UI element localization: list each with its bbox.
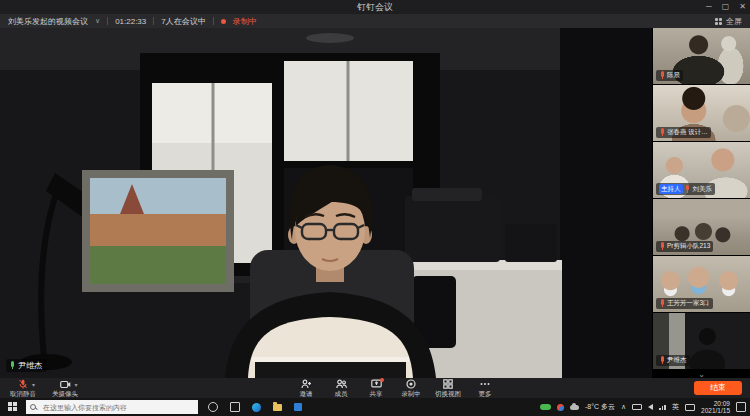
meeting-toolbar: ▾ 取消静音 ▾ 关摄像头 <box>0 378 750 398</box>
layout-grid-icon <box>443 379 453 389</box>
mic-muted-icon <box>659 356 665 365</box>
clock-date: 2021/1/15 <box>701 407 730 414</box>
more-dots-icon <box>479 379 491 389</box>
meeting-name[interactable]: 刘美乐发起的视频会议 <box>8 16 88 27</box>
app-title: 钉钉会议 <box>357 2 393 12</box>
participant-tile[interactable]: Pr剪辑小队213 <box>653 199 750 255</box>
tray-app-icon[interactable] <box>557 404 564 411</box>
toolbar-center-group: 邀请 成员 <box>295 379 496 397</box>
speaker-name: 尹维杰 <box>18 360 42 371</box>
keyboard-icon[interactable] <box>685 404 695 411</box>
cortana-icon[interactable] <box>208 402 218 412</box>
speaker-name-label: 尹维杰 <box>6 359 47 372</box>
mic-muted-icon <box>659 71 665 80</box>
mic-off-icon: ▾ <box>18 379 28 389</box>
speaker-video-scene <box>0 28 652 378</box>
mic-muted-icon <box>659 299 665 308</box>
taskbar-app-icons <box>208 402 302 412</box>
title-bar: 钉钉会议 ─ ▢ ✕ <box>0 0 750 14</box>
participant-name: 陈晨 <box>667 71 680 80</box>
chevron-down-icon[interactable]: ▾ <box>74 381 77 388</box>
participant-label: 张春燕 设计… <box>656 127 711 138</box>
edge-browser-icon[interactable] <box>252 403 261 412</box>
invite-button[interactable]: 邀请 <box>295 379 317 397</box>
participant-name: 刘美乐 <box>693 185 713 194</box>
action-center-icon[interactable] <box>736 402 746 412</box>
divider <box>107 17 108 25</box>
taskbar-clock[interactable]: 20:09 2021/1/15 <box>701 400 730 414</box>
end-meeting-button[interactable]: 结束 <box>694 381 742 395</box>
share-screen-button[interactable]: 共享 <box>365 379 387 397</box>
participant-tile[interactable]: 王芳芳一家3口 <box>653 256 750 312</box>
camera-off-button[interactable]: ▾ 关摄像头 <box>52 379 78 397</box>
minimize-button[interactable]: ─ <box>706 0 712 14</box>
search-icon <box>30 404 37 411</box>
meeting-info-bar: 刘美乐发起的视频会议 ∨ 01:22:33 7人在会议中 录制中 全屏 <box>0 14 750 28</box>
recording-button[interactable]: 录制中 <box>400 379 422 397</box>
start-button[interactable] <box>8 402 18 412</box>
participant-name: Pr剪辑小队213 <box>667 242 710 251</box>
participant-label: 王芳芳一家3口 <box>656 298 713 309</box>
record-icon <box>406 379 416 389</box>
members-button[interactable]: 成员 <box>330 379 352 397</box>
participant-name: 张春燕 设计… <box>667 128 708 137</box>
recording-status: 录制中 <box>233 16 257 27</box>
task-view-icon[interactable] <box>230 402 240 412</box>
mic-muted-icon <box>659 128 665 137</box>
participant-tile[interactable]: 张春燕 设计… <box>653 85 750 141</box>
participant-label: 尹维杰 <box>656 355 690 366</box>
meeting-timer: 01:22:33 <box>115 17 146 26</box>
close-button[interactable]: ✕ <box>739 0 746 14</box>
invite-person-icon <box>301 379 311 389</box>
participant-label: 主持人 刘美乐 <box>656 183 715 195</box>
participant-label: 陈晨 <box>656 70 683 81</box>
main-video-feed: 尹维杰 <box>0 28 652 378</box>
status-green-icon[interactable] <box>540 404 551 410</box>
toolbar-left-group: ▾ 取消静音 ▾ 关摄像头 <box>10 379 78 397</box>
participant-sidebar: 陈晨 张春燕 设计… 主持人 刘美乐 Pr剪辑小队213 <box>653 28 750 378</box>
participant-tile[interactable]: 陈晨 <box>653 28 750 84</box>
mic-muted-icon <box>659 242 665 251</box>
share-screen-icon <box>371 379 382 389</box>
divider <box>153 17 154 25</box>
participant-tile-self[interactable]: 尹维杰 <box>653 313 750 369</box>
participant-count: 7人在会议中 <box>161 16 205 27</box>
more-button[interactable]: 更多 <box>474 379 496 397</box>
weather-text[interactable]: -8°C 多云 <box>585 402 615 412</box>
recording-dot-icon <box>221 19 226 24</box>
search-input[interactable] <box>41 403 194 412</box>
participant-tile[interactable]: 主持人 刘美乐 <box>653 142 750 198</box>
mic-muted-icon <box>685 185 691 194</box>
store-icon[interactable] <box>294 403 302 411</box>
clock-time: 20:09 <box>714 400 730 407</box>
chevron-down-icon[interactable]: ∨ <box>95 17 100 25</box>
maximize-button[interactable]: ▢ <box>722 0 730 14</box>
fullscreen-control[interactable]: 全屏 <box>715 16 742 27</box>
weather-cloud-icon[interactable] <box>570 405 579 410</box>
switch-view-button[interactable]: 切换视图 <box>435 379 461 397</box>
divider <box>213 17 214 25</box>
notification-dot-icon <box>380 378 384 382</box>
volume-icon[interactable] <box>648 404 653 410</box>
window-controls: ─ ▢ ✕ <box>706 0 746 14</box>
windows-taskbar: -8°C 多云 ∧ 英 20:09 2021/1/15 <box>0 398 750 416</box>
participant-name: 王芳芳一家3口 <box>667 299 710 308</box>
participant-name: 尹维杰 <box>667 356 687 365</box>
file-explorer-icon[interactable] <box>273 404 282 411</box>
dingtalk-meeting-window: 钉钉会议 ─ ▢ ✕ 刘美乐发起的视频会议 ∨ 01:22:33 7人在会议中 … <box>0 0 750 416</box>
participant-label: Pr剪辑小队213 <box>656 241 713 252</box>
camera-icon: ▾ <box>60 379 71 389</box>
fullscreen-label: 全屏 <box>726 16 742 27</box>
ime-indicator[interactable]: 英 <box>672 402 679 412</box>
system-tray: -8°C 多云 ∧ 英 20:09 2021/1/15 <box>540 400 750 414</box>
unmute-button[interactable]: ▾ 取消静音 <box>10 379 36 397</box>
battery-icon[interactable] <box>632 404 642 410</box>
members-icon <box>336 379 347 389</box>
network-icon[interactable] <box>659 405 666 410</box>
host-badge: 主持人 <box>659 184 683 194</box>
mic-on-icon <box>9 361 15 370</box>
taskbar-search[interactable] <box>26 400 198 414</box>
tray-expand-chevron[interactable]: ∧ <box>621 403 626 411</box>
chevron-down-icon[interactable]: ▾ <box>32 381 35 388</box>
fullscreen-icon <box>715 18 722 25</box>
